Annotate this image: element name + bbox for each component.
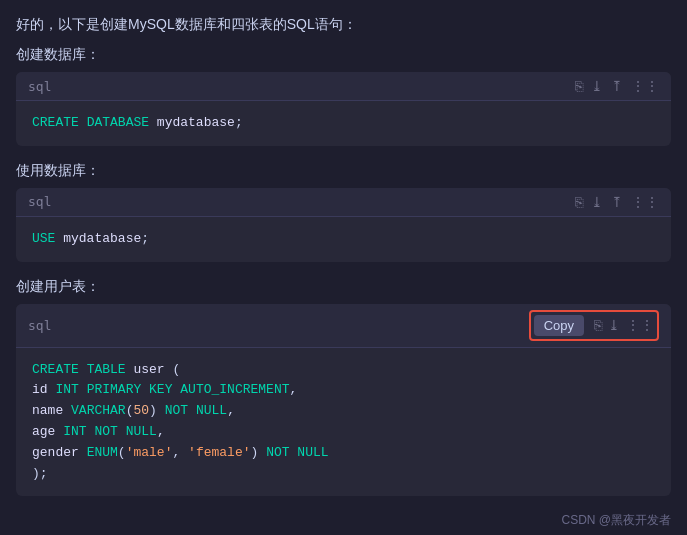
- code-icons-1: ⎘⤓⤒⋮⋮: [575, 194, 659, 210]
- grid-icon-0[interactable]: ⋮⋮: [631, 78, 659, 94]
- grid-icon-2[interactable]: ⋮⋮: [626, 317, 654, 333]
- watermark: CSDN @黑夜开发者: [16, 512, 671, 529]
- code-line: age INT NOT NULL,: [32, 422, 655, 443]
- code-block-2: sqlCopy⎘⤓⋮⋮CREATE TABLE user ( id INT PR…: [16, 304, 671, 497]
- code-block-1: sql⎘⤓⤒⋮⋮USE mydatabase;: [16, 188, 671, 262]
- code-line: );: [32, 464, 655, 485]
- code-line: CREATE DATABASE mydatabase;: [32, 113, 655, 134]
- code-line: gender ENUM('male', 'female') NOT NULL: [32, 443, 655, 464]
- code-body-0: CREATE DATABASE mydatabase;: [16, 101, 671, 146]
- copy-icon-2[interactable]: ⎘: [594, 317, 602, 333]
- code-line: CREATE TABLE user (: [32, 360, 655, 381]
- section-label-2: 创建用户表：: [16, 278, 671, 296]
- expand-icon-1[interactable]: ⤒: [611, 194, 623, 210]
- lang-label-0: sql: [28, 79, 51, 94]
- code-body-2: CREATE TABLE user ( id INT PRIMARY KEY A…: [16, 348, 671, 497]
- copy-icon-0[interactable]: ⎘: [575, 78, 583, 94]
- code-icons-0: ⎘⤓⤒⋮⋮: [575, 78, 659, 94]
- copy-icon-1[interactable]: ⎘: [575, 194, 583, 210]
- copy-button-2[interactable]: Copy: [534, 315, 584, 336]
- download-icon-0[interactable]: ⤓: [591, 78, 603, 94]
- lang-label-2: sql: [28, 318, 51, 333]
- grid-icon-1[interactable]: ⋮⋮: [631, 194, 659, 210]
- code-block-0: sql⎘⤓⤒⋮⋮CREATE DATABASE mydatabase;: [16, 72, 671, 146]
- code-body-1: USE mydatabase;: [16, 217, 671, 262]
- intro-text: 好的，以下是创建MySQL数据库和四张表的SQL语句：: [16, 16, 671, 34]
- code-line: name VARCHAR(50) NOT NULL,: [32, 401, 655, 422]
- expand-icon-0[interactable]: ⤒: [611, 78, 623, 94]
- copy-highlight-2: Copy⎘⤓⋮⋮: [529, 310, 659, 341]
- code-line: USE mydatabase;: [32, 229, 655, 250]
- download-icon-1[interactable]: ⤓: [591, 194, 603, 210]
- code-line: id INT PRIMARY KEY AUTO_INCREMENT,: [32, 380, 655, 401]
- section-label-1: 使用数据库：: [16, 162, 671, 180]
- section-label-0: 创建数据库：: [16, 46, 671, 64]
- download-icon-2[interactable]: ⤓: [608, 317, 620, 333]
- code-icons-2: Copy⎘⤓⋮⋮: [529, 310, 659, 341]
- lang-label-1: sql: [28, 194, 51, 209]
